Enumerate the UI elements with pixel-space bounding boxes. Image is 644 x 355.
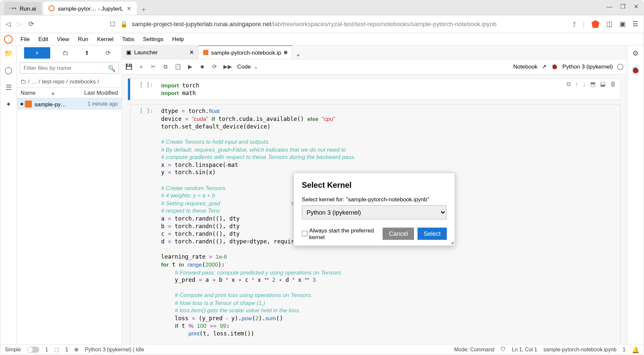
sort-icon: ▴	[52, 90, 55, 96]
tab-title: Run.ai	[20, 5, 36, 12]
new-folder-icon[interactable]: 🗀	[60, 47, 72, 59]
refresh-icon[interactable]: ⟳	[102, 47, 114, 59]
file-name: sample-py…	[34, 101, 88, 107]
status-ln: Ln 1, Col 1	[512, 346, 537, 352]
save-icon[interactable]: 💾	[125, 63, 132, 70]
minimize-icon[interactable]: —	[606, 3, 612, 10]
document-tabs: ▣ Launcher ✕ sample-pytorch-notebook.ip …	[122, 45, 627, 59]
menu-tabs[interactable]: Tabs	[118, 34, 139, 44]
close-icon[interactable]: ✕	[189, 49, 194, 55]
extensions-icon[interactable]: ✦	[6, 100, 11, 108]
forward-icon[interactable]: ▷	[17, 20, 22, 28]
stop-icon[interactable]: ■	[199, 63, 206, 70]
search-icon: 🔍	[108, 65, 115, 72]
close-tab-icon[interactable]: ✕	[127, 5, 132, 12]
notebook-area[interactable]: [ ]: import torch import math ⧉ ↑ ↓ ⬒ ⬓ …	[122, 74, 627, 344]
jupyter-icon	[48, 5, 54, 11]
menu-kernel[interactable]: Kernel	[93, 34, 118, 44]
tab-notebook[interactable]: sample-pytorch-notebook.ip	[199, 45, 292, 59]
property-inspector-icon[interactable]: ⚙	[632, 49, 638, 57]
kernel-name[interactable]: Python 3 (ipykernel)	[562, 63, 613, 70]
dirty-indicator-icon	[284, 51, 288, 54]
url-bar[interactable]: ☐ 🔒 sample-project-test-jupyterlab.runai…	[40, 21, 566, 27]
dialog-overlay: Select Kernel Select kernel for: "sample…	[122, 74, 627, 344]
new-tab-button[interactable]: ＋	[139, 4, 149, 15]
close-window-icon[interactable]: ✕	[634, 3, 639, 10]
menu-view[interactable]: View	[53, 34, 73, 44]
toc-icon[interactable]: ☰	[6, 83, 12, 91]
terminal-icon[interactable]: ⬚	[54, 346, 59, 352]
file-time: 1 minute ago	[88, 101, 118, 107]
run-all-icon[interactable]: ▶▶	[223, 63, 230, 70]
breadcrumb[interactable]: 🗀 / … / test-repo / notebooks /	[17, 76, 121, 87]
run-icon[interactable]: ▶	[187, 63, 194, 70]
filter-input[interactable]	[20, 62, 119, 74]
menu-run[interactable]: Run	[73, 34, 93, 44]
debugger-icon[interactable]: 🐞	[551, 63, 558, 70]
kernel-select[interactable]: Python 3 (ipykernel)	[302, 205, 447, 219]
add-cell-icon[interactable]: ＋	[138, 63, 145, 71]
file-browser: ＋ 🗀 ⬆ ⟳ 🔍 🗀 / … / test-repo / notebooks …	[17, 45, 122, 344]
status-kernel[interactable]: Python 3 (ipykernel) | Idle	[85, 346, 144, 352]
column-modified[interactable]: Last Modified	[84, 90, 118, 96]
select-kernel-dialog: Select Kernel Select kernel for: "sample…	[294, 173, 455, 246]
left-activity-bar: 📁 ◯ ☰ ✦	[0, 45, 17, 344]
notebook-icon	[25, 101, 32, 108]
jupyter-menu-bar: File Edit View Run Kernel Tabs Settings …	[0, 33, 643, 45]
resize-handle-icon[interactable]: ◢	[450, 240, 454, 245]
sidebar-icon[interactable]: ◫	[606, 20, 612, 28]
share-icon[interactable]: ⤴	[573, 20, 576, 27]
browser-tab-jupyter[interactable]: sample-pytor… - JupyterL ✕	[43, 2, 137, 15]
folder-icon[interactable]: 📁	[4, 49, 13, 57]
status-mode: Mode: Command	[454, 346, 495, 352]
jupyter-logo-icon[interactable]	[4, 35, 13, 43]
menu-edit[interactable]: Edit	[34, 34, 53, 44]
debugger-icon[interactable]: 🐞	[631, 66, 640, 74]
open-notebook-label[interactable]: Notebook	[513, 63, 537, 70]
back-icon[interactable]: ◁	[6, 20, 11, 28]
lock-icon: 🔒	[120, 21, 127, 27]
cell-type-select[interactable]: Code	[235, 63, 259, 71]
reload-icon[interactable]: ⟳	[28, 20, 34, 28]
file-row[interactable]: sample-py… 1 minute ago	[17, 98, 121, 110]
bookmark-icon[interactable]: ☐	[110, 21, 115, 27]
simple-label: Simple	[5, 346, 21, 352]
restart-icon[interactable]: ⟳	[211, 63, 218, 70]
menu-settings[interactable]: Settings	[139, 34, 168, 44]
cut-icon[interactable]: ✂	[150, 63, 157, 70]
browser-toolbar: ◁ ▷ ⟳ ☐ 🔒 sample-project-test-jupyterlab…	[0, 15, 643, 33]
menu-icon[interactable]: ☰	[632, 20, 638, 28]
status-file[interactable]: sample-pytorch-notebook.ipynb	[543, 346, 617, 352]
always-start-checkbox[interactable]: Always start the preferred kernel	[302, 227, 383, 240]
kernel-status-icon	[617, 64, 623, 70]
tab-title: sample-pytor… - JupyterL	[58, 5, 123, 12]
external-icon[interactable]: ↗	[542, 63, 547, 70]
folder-icon: 🗀	[21, 78, 26, 85]
simple-toggle[interactable]	[27, 346, 39, 352]
launcher-icon: ▣	[126, 49, 131, 55]
paste-icon[interactable]: 📋	[174, 63, 181, 70]
browser-tab-runai[interactable]: Run.ai	[4, 2, 41, 15]
add-tab-button[interactable]: ＋	[292, 51, 304, 59]
copy-icon[interactable]: ⧉	[162, 63, 169, 70]
running-icon[interactable]: ◯	[5, 66, 13, 74]
url-text: sample-project-test-jupyterlab.runai.ais…	[132, 21, 496, 27]
status-bar: Simple 1 ⬚ 1 ⊕ Python 3 (ipykernel) | Id…	[0, 344, 643, 355]
trust-icon[interactable]: ⛉	[500, 346, 506, 352]
column-name[interactable]: Name	[21, 90, 50, 96]
brave-icon[interactable]	[591, 20, 599, 28]
cancel-button[interactable]: Cancel	[383, 228, 414, 240]
tab-launcher[interactable]: ▣ Launcher ✕	[122, 45, 199, 59]
notebook-toolbar: 💾 ＋ ✂ ⧉ 📋 ▶ ■ ⟳ ▶▶ Code Notebook ↗ 🐞 Pyt…	[122, 60, 627, 75]
menu-file[interactable]: File	[16, 34, 34, 44]
dialog-title: Select Kernel	[302, 181, 447, 190]
browser-tab-bar: Run.ai sample-pytor… - JupyterL ✕ ＋ — ❐ …	[0, 0, 643, 15]
bell-icon[interactable]: 🔔	[632, 346, 639, 353]
kernel-sessions-icon[interactable]: ⊕	[74, 346, 78, 352]
maximize-icon[interactable]: ❐	[620, 3, 626, 10]
new-launcher-button[interactable]: ＋	[24, 47, 50, 59]
reader-icon[interactable]: ▣	[620, 20, 625, 28]
select-button[interactable]: Select	[418, 228, 447, 240]
menu-help[interactable]: Help	[168, 34, 188, 44]
upload-icon[interactable]: ⬆	[81, 47, 93, 59]
